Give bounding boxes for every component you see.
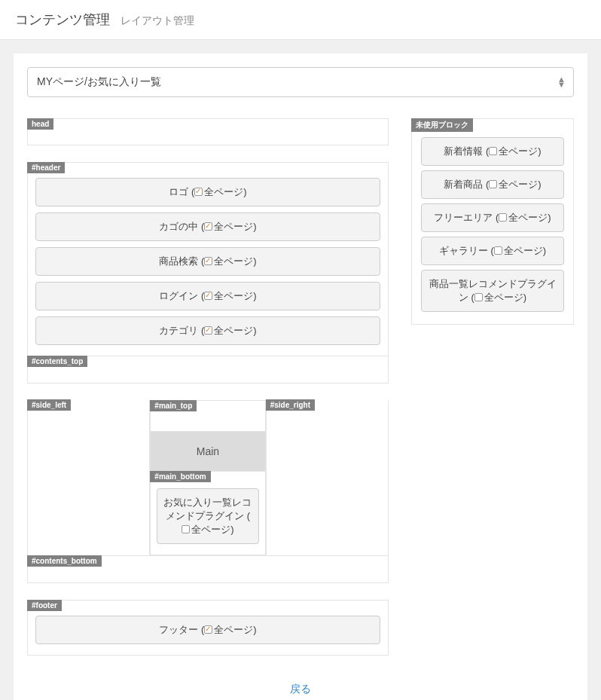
block-name: フリーエリア (	[434, 212, 499, 223]
all-pages-label: 全ページ)	[214, 290, 256, 301]
unused-column: 未使用ブロック 新着情報 (全ページ)新着商品 (全ページ)フリーエリア (全ペ…	[411, 118, 574, 325]
all-pages-label: 全ページ)	[214, 255, 256, 267]
layout-block[interactable]: 新着情報 (全ページ)	[421, 137, 564, 166]
block-name: ログイン (	[159, 290, 204, 301]
region-unused[interactable]: 未使用ブロック 新着情報 (全ページ)新着商品 (全ページ)フリーエリア (全ペ…	[411, 118, 574, 325]
region-label-side-right: #side_right	[266, 399, 315, 411]
back-link[interactable]: 戻る	[290, 683, 311, 695]
layout-block[interactable]: ロゴ (全ページ)	[35, 178, 380, 206]
main-column: #main_top Main #main_bottom お気に入り一覧レコメンド…	[150, 400, 266, 556]
page-subtitle: レイアウト管理	[121, 14, 194, 28]
layout-block[interactable]: ログイン (全ページ)	[35, 282, 380, 310]
all-pages-label: 全ページ)	[508, 212, 551, 223]
all-pages-label: 全ページ)	[204, 186, 246, 197]
all-pages-checkbox[interactable]	[499, 213, 507, 222]
page-select[interactable]: MYページ/お気に入り一覧 ▲▼	[27, 67, 574, 97]
all-pages-label: 全ページ)	[504, 245, 546, 256]
block-name: ギャラリー (	[439, 245, 494, 256]
block-name: 商品検索 (	[159, 255, 204, 267]
region-label-unused: 未使用ブロック	[411, 118, 473, 132]
layout-block[interactable]: フリーエリア (全ページ)	[421, 203, 564, 232]
all-pages-checkbox[interactable]	[204, 257, 212, 265]
region-label-main-top: #main_top	[150, 400, 197, 411]
page-title: コンテンツ管理	[15, 11, 110, 29]
layout-block[interactable]: お気に入り一覧レコメンドプラグイン (全ページ)	[157, 488, 258, 544]
all-pages-checkbox[interactable]	[194, 188, 203, 196]
region-main-bottom[interactable]: #main_bottom お気に入り一覧レコメンドプラグイン (全ページ)	[150, 472, 265, 555]
layout-block[interactable]: カテゴリ (全ページ)	[35, 316, 380, 345]
all-pages-checkbox[interactable]	[474, 293, 483, 301]
region-label-main-bottom: #main_bottom	[150, 471, 210, 482]
layout-column: head #header ロゴ (全ページ)カゴの中 (全ページ)商品検索 (全…	[27, 118, 389, 656]
back-link-wrap: 戻る	[27, 683, 574, 700]
all-pages-label: 全ページ)	[484, 292, 526, 303]
all-pages-checkbox[interactable]	[489, 180, 497, 188]
all-pages-checkbox[interactable]	[204, 625, 212, 634]
layout-block[interactable]: ギャラリー (全ページ)	[421, 237, 564, 265]
main-label: Main	[197, 445, 219, 457]
all-pages-label: 全ページ)	[499, 145, 541, 157]
region-label-header: #header	[27, 162, 65, 173]
region-label-side-left: #side_left	[27, 399, 71, 411]
region-label-contents-bottom: #contents_bottom	[27, 555, 102, 567]
region-side-left[interactable]: #side_left	[27, 400, 150, 556]
page-select-value: MYページ/お気に入り一覧	[37, 75, 161, 87]
all-pages-checkbox[interactable]	[489, 147, 497, 155]
region-main: Main	[150, 432, 265, 472]
region-label-head: head	[27, 118, 53, 130]
layout-block[interactable]: カゴの中 (全ページ)	[35, 212, 380, 241]
block-name: フッター (	[159, 624, 204, 635]
region-head[interactable]: head	[27, 118, 389, 145]
block-name: お気に入り一覧レコメンドプラグイン (	[163, 497, 252, 521]
all-pages-label: 全ページ)	[214, 624, 256, 635]
layout-block[interactable]: 商品一覧レコメンドプラグイン (全ページ)	[421, 270, 564, 312]
block-name: カゴの中 (	[159, 221, 204, 232]
block-name: 新着情報 (	[444, 145, 489, 157]
region-label-contents-top: #contents_top	[27, 356, 87, 367]
layout-panel: MYページ/お気に入り一覧 ▲▼ head #header ロゴ (全ページ)カ…	[14, 53, 587, 700]
region-header[interactable]: #header ロゴ (全ページ)カゴの中 (全ページ)商品検索 (全ページ)ロ…	[27, 162, 389, 356]
middle-row: #side_left #main_top Main #main_bottom お…	[27, 400, 389, 556]
all-pages-checkbox[interactable]	[182, 525, 190, 533]
region-label-footer: #footer	[27, 600, 62, 611]
block-name: 新着商品 (	[444, 179, 489, 190]
region-contents-top[interactable]: #contents_top	[27, 356, 389, 384]
updown-icon: ▲▼	[557, 77, 566, 87]
all-pages-label: 全ページ)	[214, 221, 256, 232]
page-header: コンテンツ管理 レイアウト管理	[0, 0, 601, 40]
all-pages-checkbox[interactable]	[204, 222, 212, 231]
layout-block[interactable]: 新着商品 (全ページ)	[421, 170, 564, 199]
block-name: ロゴ (	[169, 186, 194, 197]
region-main-top[interactable]: #main_top	[150, 400, 265, 432]
region-side-right[interactable]: #side_right	[267, 400, 389, 556]
all-pages-checkbox[interactable]	[204, 292, 212, 300]
block-name: カテゴリ (	[159, 325, 204, 336]
all-pages-label: 全ページ)	[214, 325, 256, 336]
all-pages-checkbox[interactable]	[204, 326, 212, 335]
all-pages-label: 全ページ)	[191, 524, 233, 535]
region-contents-bottom[interactable]: #contents_bottom	[27, 556, 389, 583]
region-footer[interactable]: #footer フッター (全ページ)	[27, 600, 389, 656]
all-pages-checkbox[interactable]	[494, 246, 502, 255]
all-pages-label: 全ページ)	[499, 179, 541, 190]
layout-block[interactable]: 商品検索 (全ページ)	[35, 247, 380, 276]
layout-block[interactable]: フッター (全ページ)	[35, 616, 380, 644]
